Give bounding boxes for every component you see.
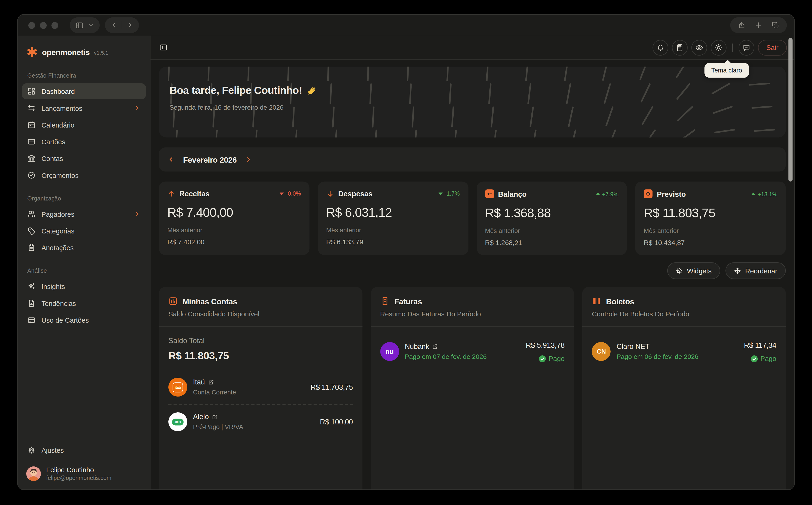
nav-pill [105,17,139,33]
back-icon[interactable] [110,22,118,29]
sidebar-item-uso-de-cartoes[interactable]: Uso de Cartões [22,312,146,328]
zoom-window-button[interactable] [51,22,58,29]
sidebar-item-ajustes[interactable]: Ajustes [22,442,146,458]
stat-card-despesas[interactable]: Despesas -1.7% R$ 6.031,12 Mês anterior … [318,181,468,255]
header-divider [732,43,733,51]
close-window-button[interactable] [28,22,35,29]
status-badge: Pago [744,355,777,363]
greeting-title: Boa tarde, Felipe Coutinho! [169,85,775,97]
card-title: Minhas Contas [183,297,237,306]
theme-tooltip: Tema claro [704,63,749,77]
bill-row-claro-net[interactable]: CN Claro NET Pago em 06 de fev. de 2026 … [592,336,776,367]
stat-prev-value: R$ 10.434,87 [644,239,777,247]
bill-paid-date: Pago em 06 de fev. de 2026 [616,353,698,360]
bills-card: Boletos Controle De Boletos Do Período C… [583,287,786,489]
check-circle-icon [751,355,758,362]
sidebar-toggle-pill[interactable] [70,17,99,33]
stat-card-receitas[interactable]: Receitas -0.0% R$ 7.400,00 Mês anterior … [159,181,310,255]
avatar [26,466,41,481]
sidebar-item-label: Calendário [41,121,74,129]
theme-toggle-button[interactable] [711,40,727,55]
logout-button[interactable]: Sair [758,40,787,55]
card-subtitle: Saldo Consolidado Disponível [168,310,353,318]
external-link-icon[interactable] [212,414,218,420]
sidebar-item-insights[interactable]: Insights [22,279,146,294]
logo: openmonetis v1.5.1 [22,40,146,67]
sidebar-item-label: Uso de Cartões [41,316,89,324]
file-chart-icon [27,299,35,307]
forward-icon[interactable] [126,22,134,29]
status-badge: Pago [526,355,564,363]
greeting-text: Boa tarde, Felipe Coutinho! [169,85,302,97]
sidebar-item-label: Orçamentos [41,171,78,179]
sidebar-item-orcamentos[interactable]: Orçamentos [22,167,146,183]
external-link-icon[interactable] [432,344,438,349]
stat-badge: +13.1% [751,191,777,197]
panel-left-icon [75,21,84,29]
app-title: openmonetis [42,47,90,56]
notifications-button[interactable] [652,40,668,55]
bill-name: Claro NET [616,343,649,350]
bills-card-body: CN Claro NET Pago em 06 de fev. de 2026 … [583,327,786,376]
account-row-alelo[interactable]: alelo Alelo Pré-Pago | VR/VA R$ 100,00 [168,408,353,435]
reorder-button[interactable]: Reordenar [725,262,786,279]
accounts-card: Minhas Contas Saldo Consolidado Disponív… [159,287,362,489]
widget-actions: Widgets Reordenar [159,262,786,279]
new-tab-icon[interactable] [754,21,763,29]
stat-title: Receitas [179,189,209,198]
sidebar-item-contas[interactable]: Contas [22,151,146,166]
triangle-up-icon [751,193,756,195]
privacy-button[interactable] [691,40,707,55]
stat-prev-label: Mês anterior [644,227,777,234]
wave-emoji-icon [307,85,317,96]
triangle-down-icon [438,192,442,195]
sidebar-item-categorias[interactable]: Categorias [22,223,146,239]
section-label-analise: Análise [22,262,146,278]
sidebar-item-dashboard[interactable]: Dashboard [22,83,146,99]
scrollbar-thumb[interactable] [788,38,793,182]
share-icon[interactable] [738,21,746,29]
card-title: Faturas [394,297,422,306]
minimize-window-button[interactable] [40,22,47,29]
widgets-button[interactable]: Widgets [667,262,720,279]
previous-month-button[interactable] [164,153,178,166]
sidebar-item-tendencias[interactable]: Tendências [22,295,146,311]
sidebar-item-label: Anotações [41,244,74,251]
sidebar-item-pagadores[interactable]: Pagadores [22,206,146,222]
header-actions: Sair [652,40,787,55]
collapse-sidebar-button[interactable] [159,43,168,52]
stat-card-balanco[interactable]: Balanço +7.9% R$ 1.368,88 Mês anterior R… [476,181,627,255]
calculator-icon [676,43,684,51]
main-area: Sair Tema claro Boa tarde, Felipe Coutin… [151,36,794,490]
calendar-icon [27,121,35,129]
invoice-row-nubank[interactable]: nu Nubank Pago em 07 de fev. de 2026 R$ … [380,336,565,367]
greeting-banner: Boa tarde, Felipe Coutinho! Segunda-feir… [159,67,786,138]
user-profile[interactable]: Felipe Coutinho felipe@openmonetis.com [22,459,146,483]
sidebar-item-calendario[interactable]: Calendário [22,117,146,133]
accounts-list: itaú Itaú Conta Corrente R$ 11.703,75 [168,373,353,435]
claro-net-logo: CN [592,342,611,361]
bills-card-header: Boletos Controle De Boletos Do Período [583,287,786,327]
app: openmonetis v1.5.1 Gestão Financeira Das… [18,36,794,490]
sidebar-item-lancamentos[interactable]: Lançamentos [22,100,146,116]
account-row-itau[interactable]: itaú Itaú Conta Corrente R$ 11.703,75 [168,373,353,401]
sidebar-item-label: Lançamentos [41,104,82,112]
sidebar-item-label: Cartões [41,138,65,146]
sidebar-item-cartoes[interactable]: Cartões [22,134,146,150]
external-link-icon[interactable] [208,379,214,385]
next-month-button[interactable] [242,153,256,166]
sidebar-item-anotacoes[interactable]: Anotações [22,240,146,256]
section-label-financeira: Gestão Financeira [22,67,146,83]
main-header: Sair [151,36,794,60]
feedback-button[interactable] [739,40,754,55]
bell-icon [656,43,664,51]
account-detail: Conta Corrente [193,389,236,396]
calculator-button[interactable] [672,40,688,55]
openmonetis-logo-icon [26,46,38,58]
dashboard-grid-icon [27,87,35,96]
chrome-actions-pill [730,17,787,33]
app-version: v1.5.1 [94,49,109,55]
browser-chrome [18,15,794,35]
stat-card-previsto[interactable]: Previsto +13.1% R$ 11.803,75 Mês anterio… [635,181,786,255]
tab-overview-icon[interactable] [771,21,780,29]
